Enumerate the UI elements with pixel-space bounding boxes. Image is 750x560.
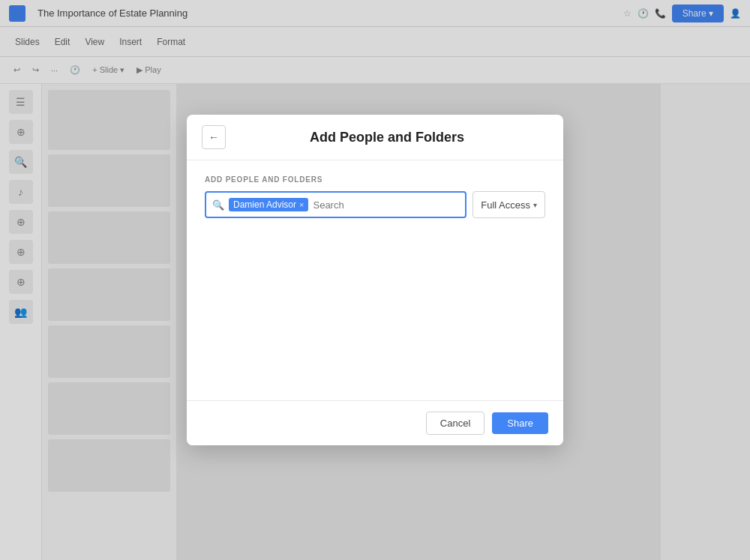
access-dropdown[interactable]: Full Access ▾ bbox=[472, 191, 545, 218]
access-label: Full Access bbox=[481, 199, 530, 211]
dialog-body: ADD PEOPLE AND FOLDERS 🔍 Damien Advisor … bbox=[187, 160, 563, 400]
modal-overlay: ← Add People and Folders ADD PEOPLE AND … bbox=[0, 0, 750, 560]
search-icon: 🔍 bbox=[212, 199, 224, 211]
back-button[interactable]: ← bbox=[202, 125, 226, 149]
dialog-title: Add People and Folders bbox=[226, 130, 548, 145]
search-input[interactable] bbox=[313, 199, 459, 211]
tag-remove-button[interactable]: × bbox=[299, 200, 304, 209]
search-row: 🔍 Damien Advisor × Full Access ▾ bbox=[205, 191, 545, 218]
share-button[interactable]: Share bbox=[492, 412, 548, 434]
selected-tag: Damien Advisor × bbox=[229, 198, 308, 211]
cancel-button[interactable]: Cancel bbox=[426, 412, 484, 435]
dialog-footer: Cancel Share bbox=[187, 400, 563, 445]
dialog-header: ← Add People and Folders bbox=[187, 115, 563, 160]
dialog: ← Add People and Folders ADD PEOPLE AND … bbox=[187, 115, 563, 445]
section-label: ADD PEOPLE AND FOLDERS bbox=[205, 175, 545, 184]
search-box[interactable]: 🔍 Damien Advisor × bbox=[205, 191, 466, 218]
tag-name: Damien Advisor bbox=[233, 199, 296, 210]
dropdown-arrow-icon: ▾ bbox=[533, 201, 537, 209]
